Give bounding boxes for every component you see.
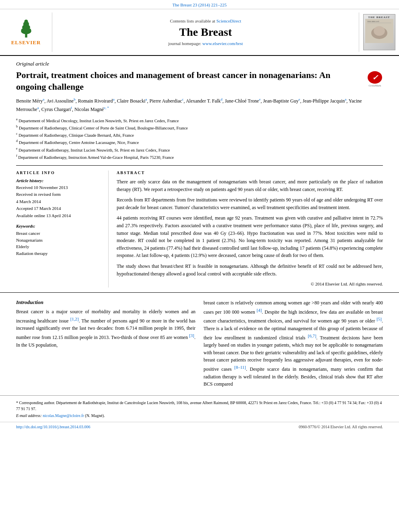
authors-line: Benoite Mérya, Avi Assoulineb, Romain Ri…	[16, 97, 383, 113]
abstract-para-4: The study shows that breast/chest RT is …	[117, 263, 383, 277]
journal-header: ELSEVIER Contents lists available at Sci…	[0, 9, 399, 56]
article-title: Portrait, treatment choices and manageme…	[16, 70, 367, 92]
abstract-copyright: © 2014 Elsevier Ltd. All rights reserved…	[117, 281, 383, 288]
introduction-title: Introduction	[16, 299, 195, 306]
svg-point-9	[374, 26, 385, 36]
svg-point-6	[29, 29, 31, 30]
affiliation-f: f Department of Radiotherapy, Instructio…	[16, 154, 383, 160]
journal-title: The Breast	[179, 26, 232, 39]
svg-text:THE BREAST: THE BREAST	[367, 21, 379, 23]
footnote-area: * Corresponding author. Département de R…	[0, 395, 399, 422]
article-info-column: ARTICLE INFO Article history: Received 1…	[16, 170, 109, 288]
keyword-1: Breast cancer	[16, 230, 102, 237]
abstract-text: There are only scarce data on the manage…	[117, 178, 383, 288]
journal-center-info: Contents lists available at ScienceDirec…	[52, 12, 359, 52]
affiliation-c: c Department of Radiotherapy, Clinique C…	[16, 131, 383, 138]
ref-4[interactable]: [4]	[257, 308, 262, 312]
intro-para-right: breast cancer is relatively common among…	[204, 299, 383, 388]
affiliation-a: a Departement of Medical Oncology, Insti…	[16, 117, 383, 124]
abstract-header: ABSTRACT	[117, 170, 383, 175]
contents-line: Contents lists available at ScienceDirec…	[170, 18, 241, 23]
sciencedirect-link[interactable]: ScienceDirect	[216, 18, 241, 23]
svg-point-5	[21, 29, 23, 30]
corresponding-author-note: * Corresponding author. Département de R…	[16, 400, 383, 412]
revised-date: 4 March 2014	[16, 199, 102, 205]
doi-link[interactable]: http://dx.doi.org/10.1016/j.breast.2014.…	[16, 425, 90, 429]
abstract-column: ABSTRACT There are only scarce data on t…	[117, 170, 383, 288]
article-info-abstract-section: ARTICLE INFO Article history: Received 1…	[16, 165, 383, 288]
crossmark-label: CrossMark	[368, 84, 381, 87]
keyword-4: Radiation therapy	[16, 250, 102, 257]
journal-homepage: journal homepage: www.elsevier.com/brst	[168, 41, 243, 46]
journal-homepage-url[interactable]: www.elsevier.com/brst	[202, 41, 243, 46]
article-main-header: Portrait, treatment choices and manageme…	[16, 70, 383, 92]
ref-1-2[interactable]: [1,2]	[70, 316, 79, 321]
journal-citation: The Breast 23 (2014) 221–225	[0, 0, 399, 9]
article-section: Original article Portrait, treatment cho…	[0, 56, 399, 288]
body-right-column: breast cancer is relatively common among…	[204, 299, 383, 391]
affiliations: a Departement of Medical Oncology, Insti…	[16, 117, 383, 161]
svg-point-4	[24, 20, 28, 23]
intro-para-left: Breast cancer is a major source of morbi…	[16, 308, 195, 349]
email-link[interactable]: nicolas.Magne@icloire.fr	[43, 413, 84, 418]
cover-image: THE BREAST THE BREAST	[363, 14, 395, 50]
page-footer: http://dx.doi.org/10.1016/j.breast.2014.…	[0, 422, 399, 431]
keyword-3: Elderly	[16, 243, 102, 250]
abstract-para-2: Records from RT departments from five in…	[117, 196, 383, 211]
keyword-2: Nonagenarians	[16, 237, 102, 244]
abstract-para-3: 44 patients receiving RT courses were id…	[117, 214, 383, 259]
ref-5[interactable]: [5]	[376, 316, 382, 321]
ref-8-11[interactable]: [8–11]	[234, 365, 246, 370]
affiliation-e: e Departement of Radiotherapy, Institut …	[16, 146, 383, 153]
crossmark-badge[interactable]: ✓ CrossMark	[367, 71, 383, 87]
email-line: E-mail address: nicolas.Magne@icloire.fr…	[16, 413, 383, 418]
cover-artwork-icon: THE BREAST	[365, 19, 393, 43]
article-info-header: ARTICLE INFO	[16, 170, 102, 175]
received-revised-label: Received in revised form	[16, 191, 102, 197]
ref-6-7[interactable]: [6,7]	[308, 333, 316, 338]
received-date: Received 10 November 2013	[16, 185, 102, 191]
footer-copyright: 0960-9776/© 2014 Elsevier Ltd. All right…	[299, 425, 383, 429]
crossmark-icon: ✓	[368, 71, 382, 84]
journal-cover-thumbnail: THE BREAST THE BREAST	[359, 12, 399, 52]
main-body: Introduction Breast cancer is a major so…	[0, 292, 399, 391]
article-type-label: Original article	[16, 61, 383, 67]
accepted-date: Accepted 17 March 2014	[16, 205, 102, 212]
keywords-label: Keywords:	[16, 224, 102, 228]
abstract-para-1: There are only scarce data on the manage…	[117, 178, 383, 193]
elsevier-wordmark: ELSEVIER	[11, 39, 41, 46]
elsevier-logo-area: ELSEVIER	[0, 12, 52, 52]
ref-3[interactable]: [3]	[189, 333, 194, 338]
body-two-col: Introduction Breast cancer is a major so…	[16, 299, 383, 391]
affiliation-b: b Department of Radiotherapy, Clinical C…	[16, 124, 383, 131]
affiliation-d: d Department of Radiotherapy, Centre Ant…	[16, 139, 383, 146]
available-online-date: Available online 13 April 2014	[16, 213, 102, 219]
history-label: Article history:	[16, 178, 102, 183]
elsevier-logo: ELSEVIER	[11, 18, 41, 46]
body-left-column: Introduction Breast cancer is a major so…	[16, 299, 195, 391]
elsevier-tree-icon	[14, 18, 38, 39]
